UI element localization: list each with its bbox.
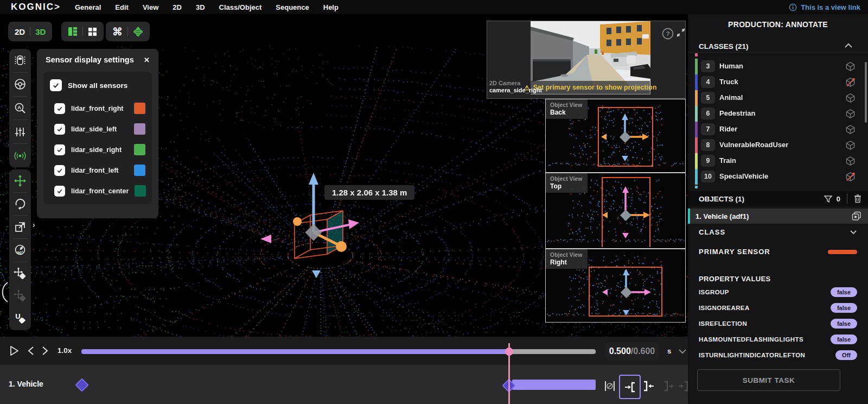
ov-nudge-down[interactable] <box>623 310 629 315</box>
menu-2d[interactable]: 2D <box>173 3 182 11</box>
bounding-box-gizmo[interactable] <box>233 163 429 293</box>
class-row[interactable]: 7Rider <box>688 122 868 137</box>
next-frame-button[interactable] <box>41 346 49 356</box>
tools-group[interactable]: ⌘ <box>106 22 150 41</box>
class-row[interactable]: 9Train <box>688 153 868 169</box>
trash-icon[interactable] <box>854 194 861 203</box>
point-settings-tool[interactable] <box>9 120 31 143</box>
menu-view[interactable]: View <box>143 3 158 11</box>
prev-frame-button[interactable] <box>27 346 35 356</box>
ov-nudge-down[interactable] <box>622 156 628 161</box>
move-keyframe-tool[interactable] <box>9 262 31 285</box>
ov-nudge-down[interactable] <box>622 233 629 238</box>
class-row[interactable]: 6Pedestrian <box>688 106 868 122</box>
command-icon[interactable]: ⌘ <box>112 26 123 38</box>
set-track-start-button[interactable] <box>619 375 641 399</box>
object-view-top[interactable]: Object ViewTop <box>545 173 686 249</box>
keyframe-diamond[interactable] <box>75 378 88 392</box>
help-icon[interactable]: ? <box>662 28 674 40</box>
set-track-end-button[interactable] <box>643 380 655 392</box>
mode-2d-button[interactable]: 2D <box>15 27 25 36</box>
scale-handle[interactable] <box>336 241 347 252</box>
class-row[interactable]: 10SpecialVehicle <box>688 169 868 185</box>
sensor-color-swatch[interactable] <box>134 165 145 176</box>
property-row[interactable]: ISGROUP false <box>699 286 857 298</box>
playback-speed[interactable]: 1.0x <box>58 346 72 355</box>
show-all-checkbox[interactable] <box>50 79 62 91</box>
cube-tracked-icon[interactable] <box>845 77 856 87</box>
ov-nudge-left[interactable] <box>601 134 607 140</box>
sensor-row[interactable]: lidar_front_right <box>50 103 145 114</box>
primary-sensor-color[interactable] <box>828 250 857 254</box>
object-view-right[interactable]: Object ViewRight <box>545 249 686 323</box>
sensor-checkbox[interactable] <box>54 186 65 197</box>
resize-tool[interactable] <box>9 216 31 238</box>
unit-chevron-icon[interactable] <box>678 349 687 354</box>
ov-nudge-left[interactable] <box>602 289 608 295</box>
class-row[interactable]: 5Animal <box>688 90 868 106</box>
menu-general[interactable]: General <box>75 3 101 11</box>
sensor-row[interactable]: lidar_front_left <box>50 165 145 176</box>
property-row[interactable]: ISIGNOREAREA false <box>699 302 857 314</box>
translate-tool[interactable] <box>9 169 31 192</box>
duplicate-icon[interactable] <box>852 211 861 221</box>
cube-icon[interactable] <box>845 156 856 166</box>
cube-icon[interactable] <box>845 124 856 135</box>
class-section-header[interactable]: CLASS <box>699 228 857 236</box>
nudge-down-handle[interactable] <box>312 270 321 278</box>
auto-zoom-tool[interactable]: A <box>9 97 31 120</box>
rotate-tool[interactable] <box>9 193 31 216</box>
hide-keyframes-icon[interactable] <box>604 380 616 392</box>
sensor-color-swatch[interactable] <box>134 123 145 135</box>
sensor-checkbox[interactable] <box>54 144 65 155</box>
cube-icon[interactable] <box>845 109 856 119</box>
class-row[interactable]: 4Truck <box>688 74 868 90</box>
menu-3d[interactable]: 3D <box>196 3 205 11</box>
sensor-checkbox[interactable] <box>54 124 65 135</box>
center-handle[interactable] <box>305 224 322 241</box>
sensor-row[interactable]: lidar_side_left <box>50 123 145 135</box>
play-button[interactable] <box>9 345 20 356</box>
timeline-remaining[interactable] <box>509 349 596 354</box>
cube-icon[interactable] <box>845 61 856 72</box>
filter-icon[interactable] <box>824 195 832 203</box>
layout-sidebar-icon[interactable] <box>68 27 78 36</box>
ov-nudge-left[interactable] <box>602 212 608 218</box>
corner-handle[interactable] <box>293 217 302 226</box>
nudge-left-handle[interactable] <box>260 235 271 243</box>
property-row[interactable]: ISTURNLIGHTINDICATORLEFTON Off <box>699 349 857 361</box>
class-row[interactable]: 3Human <box>688 59 868 74</box>
gizmo-axis-icon[interactable] <box>133 27 143 37</box>
track-segment[interactable] <box>512 380 596 390</box>
menu-help[interactable]: Help <box>323 3 339 11</box>
sensor-row[interactable]: lidar_front_center <box>50 185 145 197</box>
object-row-selected[interactable]: 1. Vehicle (adf1) <box>688 209 868 224</box>
extend-track-right-icon[interactable] <box>663 380 675 392</box>
menu-class-object[interactable]: Class/Object <box>219 3 262 11</box>
time-unit[interactable]: s <box>667 347 671 355</box>
close-icon[interactable]: ✕ <box>144 56 150 64</box>
timeline-elapsed[interactable] <box>81 349 509 354</box>
chevron-up-icon[interactable] <box>844 43 853 48</box>
sensor-checkbox[interactable] <box>54 103 65 114</box>
classes-header[interactable]: CLASSES (21) <box>699 41 749 51</box>
primary-sensor-row[interactable]: PRIMARY SENSOR <box>699 248 857 256</box>
move-all-keyframes-tool[interactable] <box>9 285 31 308</box>
driving-view-tool[interactable] <box>9 73 31 96</box>
view-mode-toggle[interactable]: 2D 3D <box>8 22 52 41</box>
submit-task-button[interactable]: SUBMIT TASK <box>697 369 840 391</box>
rotate-90-tool[interactable]: 90° <box>9 239 31 262</box>
sensor-color-swatch[interactable] <box>134 144 145 155</box>
extend-track-left-icon[interactable] <box>678 380 688 392</box>
expand-icon[interactable] <box>676 28 686 37</box>
property-value-pill[interactable]: Off <box>835 350 857 360</box>
classes-scrollbar[interactable] <box>865 62 867 123</box>
property-value-pill[interactable]: false <box>831 334 857 344</box>
sensor-display-tool[interactable] <box>9 144 31 167</box>
rail-expander-arrow[interactable]: › <box>33 220 35 229</box>
sensor-row[interactable]: lidar_side_right <box>50 144 145 155</box>
view-link[interactable]: This is a view link <box>789 3 860 11</box>
unite-keyframe-tool[interactable]: U <box>9 307 31 330</box>
menu-sequence[interactable]: Sequence <box>276 3 309 11</box>
property-value-pill[interactable]: false <box>831 287 857 297</box>
